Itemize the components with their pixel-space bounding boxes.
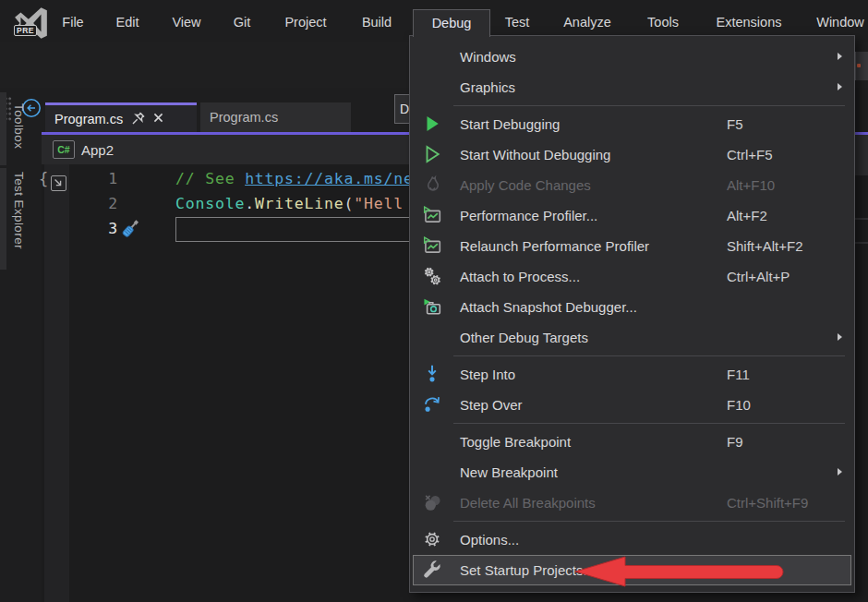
menu-shortcut: Shift+Alt+F2 <box>727 238 803 254</box>
menubar-item-debug-open[interactable]: Debug <box>413 9 490 37</box>
menu-shortcut: Ctrl+Shift+F9 <box>727 495 808 511</box>
menu-separator <box>410 518 854 524</box>
step-over-icon <box>422 394 442 415</box>
menu-item-label: Other Debug Targets <box>460 330 588 345</box>
play-outline-icon <box>422 144 442 164</box>
document-tab-program-cs-2[interactable]: Program.cs <box>200 102 351 132</box>
menu-item-attach-snapshot-debugger[interactable]: Attach Snapshot Debugger... <box>410 292 854 322</box>
menu-item-other-debug-targets[interactable]: Other Debug Targets <box>410 322 854 353</box>
code-text: // See https://aka.ms/ne <box>175 166 414 191</box>
code-token: "Hell <box>354 195 404 212</box>
side-tab-strip <box>0 168 6 270</box>
side-tab-toolbox[interactable]: Toolbox <box>12 103 26 149</box>
menu-shortcut: Alt+F2 <box>727 208 767 223</box>
right-seam-2 <box>855 242 868 244</box>
line-number: 2 <box>81 191 118 216</box>
menubar-item-analyze[interactable]: Analyze <box>554 9 621 35</box>
menu-item-label: Attach Snapshot Debugger... <box>460 299 637 315</box>
submenu-arrow-icon <box>838 468 842 476</box>
menu-shortcut: Ctrl+Alt+P <box>727 269 790 284</box>
menu-item-label: Start Without Debugging <box>460 147 610 163</box>
pin-icon[interactable] <box>130 111 146 126</box>
menu-item-label: Delete All Breakpoints <box>460 495 596 511</box>
preview-badge: PRE <box>14 25 37 36</box>
close-icon[interactable] <box>151 111 167 126</box>
menu-item-windows[interactable]: Windows <box>410 42 854 72</box>
menubar-item-file[interactable]: File <box>53 9 92 35</box>
tab-label: Program.cs <box>45 112 130 126</box>
side-tab-strip <box>0 92 6 165</box>
flame-icon <box>422 175 442 195</box>
submenu-arrow-icon <box>838 53 842 60</box>
menu-item-label: New Breakpoint <box>460 464 558 480</box>
code-token: ( <box>344 195 354 212</box>
menu-item-delete-all-breakpoints: Delete All BreakpointsCtrl+Shift+F9 <box>410 488 854 518</box>
menu-item-relaunch-performance-profiler[interactable]: Relaunch Performance ProfilerShift+Alt+F… <box>410 231 854 261</box>
menu-item-start-debugging[interactable]: Start DebuggingF5 <box>410 109 854 139</box>
code-selection-box <box>175 217 410 242</box>
menubar-item-project[interactable]: Project <box>275 9 335 35</box>
line-number: 3 <box>81 216 118 241</box>
quick-actions-screwdriver-icon[interactable] <box>118 217 142 241</box>
submenu-arrow-icon <box>838 333 842 341</box>
menu-item-label: Attach to Process... <box>460 269 580 284</box>
right-toolbar-dot <box>857 64 861 67</box>
wrench-icon <box>422 560 442 580</box>
right-seam-1 <box>855 218 868 220</box>
menu-item-toggle-breakpoint[interactable]: Toggle BreakpointF9 <box>410 427 854 457</box>
menubar-item-window[interactable]: Window <box>807 9 868 35</box>
menu-item-label: Windows <box>460 49 516 65</box>
step-into-icon <box>422 364 442 384</box>
code-link[interactable]: https://aka.ms/ne <box>245 170 413 187</box>
menu-item-label: Step Into <box>460 367 515 382</box>
menu-item-label: Start Debugging <box>460 116 560 132</box>
breadcrumb: C# App2 <box>42 135 409 165</box>
menu-item-label: Graphics <box>460 79 515 95</box>
document-tab-program-cs[interactable]: Program.cs <box>45 102 197 132</box>
play-filled-icon <box>422 114 442 134</box>
menubar-item-edit[interactable]: Edit <box>107 9 149 35</box>
menu-item-label: Toggle Breakpoint <box>460 434 571 450</box>
profiler-icon <box>422 205 442 225</box>
menu-item-step-over[interactable]: Step OverF10 <box>410 390 854 420</box>
code-token: WriteLine <box>255 195 344 212</box>
menubar-item-view[interactable]: View <box>163 9 210 35</box>
menu-item-label: Performance Profiler... <box>460 208 597 223</box>
csharp-project-icon: C# <box>53 140 75 159</box>
code-token: Console <box>175 195 245 212</box>
menu-shortcut: Ctrl+F5 <box>727 147 773 163</box>
menu-item-label: Relaunch Performance Profiler <box>460 238 649 254</box>
menubar-item-git[interactable]: Git <box>224 9 260 35</box>
menubar-item-extensions[interactable]: Extensions <box>707 9 791 35</box>
menu-item-options[interactable]: Options... <box>410 524 854 555</box>
menu-item-performance-profiler[interactable]: Performance Profiler...Alt+F2 <box>410 200 854 231</box>
menu-item-new-breakpoint[interactable]: New Breakpoint <box>410 457 854 488</box>
menu-item-start-without-debugging[interactable]: Start Without DebuggingCtrl+F5 <box>410 139 854 170</box>
menu-item-label: Options... <box>460 532 519 548</box>
menu-shortcut: F9 <box>727 434 743 450</box>
gears-icon <box>422 266 442 286</box>
code-token: . <box>245 195 255 212</box>
profiler-icon <box>422 235 442 256</box>
menu-item-graphics[interactable]: Graphics <box>410 72 854 102</box>
delete-breakpoints-icon <box>422 492 442 512</box>
menu-item-label: Apply Code Changes <box>460 177 591 193</box>
submenu-arrow-icon <box>838 83 842 90</box>
annotation-arrow <box>568 552 794 593</box>
menu-item-attach-to-process[interactable]: Attach to Process...Ctrl+Alt+P <box>410 261 854 292</box>
menu-item-step-into[interactable]: Step IntoF11 <box>410 359 854 390</box>
line-number: 1 <box>81 166 118 191</box>
menu-shortcut: Alt+F10 <box>727 177 775 193</box>
menu-item-apply-code-changes: Apply Code ChangesAlt+F10 <box>410 170 854 200</box>
menubar-item-tools[interactable]: Tools <box>638 9 688 35</box>
tab-label: Program.cs <box>200 110 285 125</box>
menu-separator <box>410 102 854 109</box>
menubar-item-test[interactable]: Test <box>496 9 539 35</box>
side-tab-test-explorer[interactable]: Test Explorer <box>12 172 26 249</box>
visual-studio-window: PRE FileEditViewGitProjectBuildDebugTest… <box>0 0 868 602</box>
options-gear-icon <box>422 529 442 549</box>
menu-shortcut: F11 <box>727 367 750 382</box>
menubar-item-build[interactable]: Build <box>353 9 401 35</box>
code-text: Console.WriteLine("Hell <box>175 191 404 216</box>
breadcrumb-project-dropdown[interactable]: App2 <box>81 142 114 158</box>
